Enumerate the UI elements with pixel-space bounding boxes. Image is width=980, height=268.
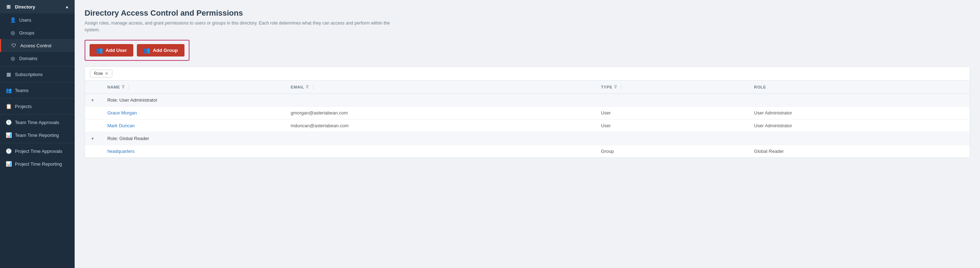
sidebar-divider-1 xyxy=(0,66,75,67)
sidebar-item-teams[interactable]: 👥 Teams xyxy=(0,84,75,97)
col-name-label: NAME xyxy=(107,85,120,89)
sidebar-item-domains[interactable]: ◎ Domains xyxy=(0,52,75,65)
email-filter-icon[interactable]: ⊽ xyxy=(306,85,309,89)
sidebar-divider-4 xyxy=(0,114,75,115)
sidebar: ⊞ Directory ▲ 👤 Users ◎ Groups 🛡 Access … xyxy=(0,0,75,268)
filter-chip-remove[interactable]: ✕ xyxy=(105,71,108,76)
name-filter-icon[interactable]: ⊽ xyxy=(122,85,125,89)
main-content: Directory Access Control and Permissions… xyxy=(75,0,980,268)
page-title: Directory Access Control and Permissions xyxy=(84,8,970,18)
sidebar-divider-2 xyxy=(0,82,75,83)
sidebar-item-projects[interactable]: 📋 Projects xyxy=(0,100,75,113)
table-row: Mark Duncan mduncan@asteriabean.com User… xyxy=(85,119,970,132)
expand-cell[interactable]: ▼ xyxy=(85,132,102,145)
page-subtitle: Assign roles, manage access, and grant p… xyxy=(84,20,404,34)
team-time-approvals-icon: 🕐 xyxy=(6,120,11,125)
col-type-label: TYPE xyxy=(601,85,612,89)
row-type-cell: User xyxy=(595,106,748,119)
col-name: NAME ⊽ ⋮ xyxy=(102,81,285,94)
sidebar-item-project-time-approvals[interactable]: 🕐 Project Time Approvals xyxy=(0,145,75,158)
row-email-cell: gmorgan@asteriabean.com xyxy=(285,106,595,119)
add-group-label: Add Group xyxy=(153,48,178,53)
col-expand xyxy=(85,81,102,94)
row-name-cell: Mark Duncan xyxy=(102,119,285,132)
sidebar-item-users[interactable]: 👤 Users xyxy=(0,13,75,26)
table-container: Role ✕ NAME ⊽ ⋮ xyxy=(84,67,970,158)
sidebar-item-access-control[interactable]: 🛡 Access Control xyxy=(0,39,75,52)
col-role: ROLE xyxy=(748,81,970,94)
table-role-header: ▼ Role: Global Reader xyxy=(85,132,970,145)
content-area: Directory Access Control and Permissions… xyxy=(75,0,980,268)
sidebar-directory-label: Directory xyxy=(15,4,35,10)
add-user-label: Add User xyxy=(106,48,127,53)
project-time-reporting-icon: 📊 xyxy=(6,161,11,167)
access-control-icon: 🛡 xyxy=(11,43,17,48)
row-name-link[interactable]: headquarters xyxy=(107,148,135,154)
groups-icon: ◎ xyxy=(10,30,16,35)
sidebar-item-team-time-reporting[interactable]: 📊 Team Time Reporting xyxy=(0,129,75,142)
role-label-cell: Role: User Administrator xyxy=(102,94,970,106)
add-user-button[interactable]: 👥 Add User xyxy=(89,44,133,56)
table-row: headquarters Group Global Reader xyxy=(85,145,970,158)
sidebar-item-subscriptions[interactable]: ▦ Subscriptions xyxy=(0,68,75,81)
type-filter-icon[interactable]: ⊽ xyxy=(614,85,617,89)
teams-icon: 👥 xyxy=(6,88,11,93)
team-time-reporting-icon: 📊 xyxy=(6,132,11,138)
col-type: TYPE ⊽ ⋮ xyxy=(595,81,748,94)
sidebar-item-team-time-approvals[interactable]: 🕐 Team Time Approvals xyxy=(0,116,75,129)
add-user-icon: 👥 xyxy=(96,47,103,54)
expand-arrow-icon: ▼ xyxy=(91,98,95,102)
sidebar-item-project-time-reporting[interactable]: 📊 Project Time Reporting xyxy=(0,158,75,170)
row-name-cell: headquarters xyxy=(102,145,285,158)
row-expand-cell xyxy=(85,145,102,158)
row-email-cell xyxy=(285,145,595,158)
row-name-link[interactable]: Mark Duncan xyxy=(107,123,135,128)
expand-cell[interactable]: ▼ xyxy=(85,94,102,106)
row-type-cell: Group xyxy=(595,145,748,158)
table-role-header: ▼ Role: User Administrator xyxy=(85,94,970,106)
row-type-cell: User xyxy=(595,119,748,132)
role-filter-chip[interactable]: Role ✕ xyxy=(90,70,112,78)
row-role-cell: User Administrator xyxy=(748,119,970,132)
role-label-cell: Role: Global Reader xyxy=(102,132,970,145)
col-email: EMAIL ⊽ ⋮ xyxy=(285,81,595,94)
directory-icon: ⊞ xyxy=(6,4,11,10)
domains-icon: ◎ xyxy=(10,56,16,61)
projects-icon: 📋 xyxy=(6,104,11,109)
filter-bar: Role ✕ xyxy=(85,67,970,81)
expand-arrow-icon: ▼ xyxy=(91,137,95,141)
sidebar-item-groups[interactable]: ◎ Groups xyxy=(0,26,75,39)
row-name-cell: Grace Morgan xyxy=(102,106,285,119)
col-email-label: EMAIL xyxy=(291,85,304,89)
users-icon: 👤 xyxy=(10,17,16,23)
table-body: ▼ Role: User Administrator Grace Morgan … xyxy=(85,94,970,158)
col-role-label: ROLE xyxy=(754,85,766,89)
row-role-cell: Global Reader xyxy=(748,145,970,158)
sidebar-directory-submenu: 👤 Users ◎ Groups 🛡 Access Control ◎ Doma… xyxy=(0,13,75,65)
row-email-cell: mduncan@asteriabean.com xyxy=(285,119,595,132)
row-expand-cell xyxy=(85,106,102,119)
filter-chip-label: Role xyxy=(94,71,103,76)
sidebar-section-directory[interactable]: ⊞ Directory ▲ xyxy=(0,0,75,13)
directory-chevron-icon: ▲ xyxy=(65,5,69,9)
sidebar-divider-5 xyxy=(0,143,75,143)
row-name-link[interactable]: Grace Morgan xyxy=(107,110,137,115)
table-row: Grace Morgan gmorgan@asteriabean.com Use… xyxy=(85,106,970,119)
add-group-button[interactable]: 👥 Add Group xyxy=(137,44,185,56)
subscriptions-icon: ▦ xyxy=(6,72,11,77)
add-group-icon: 👥 xyxy=(143,47,150,54)
data-table: NAME ⊽ ⋮ EMAIL ⊽ ⋮ xyxy=(85,81,970,158)
row-expand-cell xyxy=(85,119,102,132)
project-time-approvals-icon: 🕐 xyxy=(6,148,11,154)
row-role-cell: User Administrator xyxy=(748,106,970,119)
sidebar-divider-3 xyxy=(0,98,75,99)
action-bar: 👥 Add User 👥 Add Group xyxy=(84,40,189,61)
table-header: NAME ⊽ ⋮ EMAIL ⊽ ⋮ xyxy=(85,81,970,94)
